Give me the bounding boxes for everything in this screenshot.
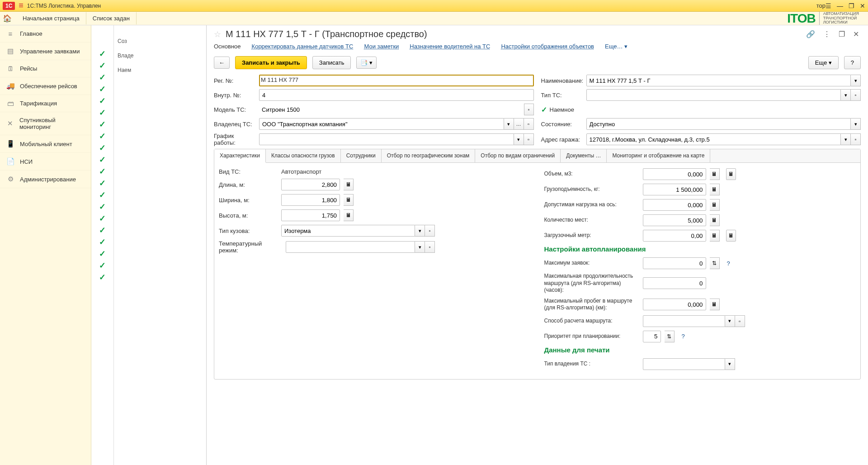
home-icon[interactable]: 🏠	[3, 14, 12, 23]
close-icon[interactable]: ✕	[851, 30, 861, 38]
owner-open-icon[interactable]: ▫	[524, 118, 534, 130]
calc-icon[interactable]: 🖩	[710, 199, 720, 211]
owntype-dd-icon[interactable]: ▾	[725, 358, 735, 370]
method-dd-icon[interactable]: ▾	[725, 315, 735, 327]
sidebar-item-6[interactable]: 📱Мобильный клиент	[0, 135, 91, 153]
method-input[interactable]	[643, 315, 725, 327]
nav-link-2[interactable]: Мои заметки	[364, 43, 399, 50]
type-input[interactable]	[586, 89, 841, 101]
prio-input[interactable]	[643, 331, 661, 342]
calc-icon[interactable]: 🖩	[710, 168, 720, 180]
type-open-icon[interactable]: ▫	[851, 89, 861, 101]
hired-checkbox[interactable]: ✓ Наемное	[541, 105, 574, 114]
type-dd-icon[interactable]: ▾	[841, 89, 851, 101]
status-dd-icon[interactable]: ▾	[851, 118, 861, 130]
cap-input[interactable]	[643, 184, 706, 195]
help-icon[interactable]: ?	[727, 260, 730, 267]
calc-icon[interactable]: 🖩	[344, 194, 354, 206]
garage-dd-icon[interactable]: ▾	[841, 133, 851, 145]
nav-more[interactable]: Еще… ▾	[605, 43, 627, 50]
calc-icon[interactable]: 🖩	[710, 230, 720, 242]
temp-input[interactable]	[286, 241, 415, 253]
temp-open-icon[interactable]: ▫	[425, 241, 435, 253]
maximize-icon[interactable]: ❐	[837, 30, 847, 38]
calc-icon[interactable]: 🖩	[344, 209, 354, 221]
places-input[interactable]	[643, 214, 706, 226]
win-prefs-icon[interactable]: ☰	[826, 2, 831, 9]
spec-tab-5[interactable]: Документы …	[561, 149, 607, 162]
calc-icon[interactable]: 🖩	[710, 214, 720, 226]
axle-input[interactable]	[643, 199, 706, 211]
nav-link-0[interactable]: Основное	[214, 43, 241, 50]
spec-tab-6[interactable]: Мониторинг и отображение на карте	[607, 149, 710, 162]
vol-input[interactable]	[643, 168, 706, 180]
model-open-icon[interactable]: ▫	[524, 104, 534, 115]
sidebar-item-3[interactable]: 🚚Обеспечение рейсов	[0, 77, 91, 95]
tab-home[interactable]: Начальная страница	[16, 12, 86, 24]
body-dd-icon[interactable]: ▾	[415, 225, 425, 237]
win-restore-icon[interactable]: ❐	[849, 2, 854, 9]
spec-tab-3[interactable]: Отбор по географическим зонам	[382, 149, 476, 162]
save-button[interactable]: Записать	[312, 56, 351, 69]
calc-ext-icon[interactable]: 🖩	[726, 168, 736, 180]
method-open-icon[interactable]: ▫	[735, 315, 745, 327]
favorite-icon[interactable]: ☆	[214, 29, 221, 39]
spec-tab-4[interactable]: Отбор по видам ограничений	[475, 149, 561, 162]
more-button[interactable]: Еще ▾	[808, 56, 839, 69]
schedule-open-icon[interactable]: ▫	[524, 133, 534, 145]
win-minimize-icon[interactable]: —	[837, 2, 843, 9]
status-input[interactable]	[586, 118, 851, 130]
owner-input[interactable]	[259, 118, 504, 130]
sidebar-item-1[interactable]: ▤Управление заявками	[0, 43, 91, 60]
spec-tab-2[interactable]: Сотрудники	[341, 149, 382, 162]
hei-input[interactable]	[281, 209, 340, 221]
wid-input[interactable]	[281, 194, 340, 206]
spinner-icon[interactable]: ⇅	[710, 257, 720, 269]
len-input[interactable]	[281, 179, 340, 190]
int-input[interactable]	[259, 89, 534, 101]
calc-icon[interactable]: 🖩	[344, 179, 354, 190]
save-close-button[interactable]: Записать и закрыть	[235, 56, 307, 69]
sidebar-item-5[interactable]: ✕Спутниковый мониторинг	[0, 112, 91, 135]
maxdur-input[interactable]	[643, 277, 706, 289]
schedule-dd-icon[interactable]: ▾	[514, 133, 524, 145]
win-close-icon[interactable]: ✕	[860, 2, 865, 9]
sidebar-item-2[interactable]: 🗓Рейсы	[0, 60, 91, 77]
garage-input[interactable]	[586, 133, 841, 145]
more-icon[interactable]: ⋮	[821, 30, 832, 38]
spinner-icon[interactable]: ⇅	[665, 331, 675, 342]
name-input[interactable]	[586, 75, 851, 86]
sidebar-item-0[interactable]: ≡Главное	[0, 25, 91, 43]
sidebar-item-8[interactable]: ⚙Администрирование	[0, 171, 91, 188]
help-icon[interactable]: ?	[682, 333, 685, 340]
owner-ell-icon[interactable]: …	[514, 118, 524, 130]
calc-icon[interactable]: 🖩	[710, 184, 720, 195]
spec-tab-1[interactable]: Классы опасности грузов	[266, 149, 341, 162]
maxdist-input[interactable]	[643, 299, 706, 310]
sidebar-item-4[interactable]: 🗃Тарификация	[0, 95, 91, 112]
name-dropdown-icon[interactable]: ▾	[851, 75, 861, 86]
sidebar-item-7[interactable]: 📄НСИ	[0, 153, 91, 171]
tab-tasks[interactable]: Список задан	[86, 12, 137, 24]
hamburger-icon[interactable]: ≡	[19, 1, 24, 10]
calc-ext-icon[interactable]: 🖩	[726, 230, 736, 242]
owner-dd-icon[interactable]: ▾	[504, 118, 514, 130]
back-button[interactable]: ←	[214, 57, 230, 69]
garage-open-icon[interactable]: ▫	[851, 133, 861, 145]
nav-link-3[interactable]: Назначение водителей на ТС	[410, 43, 490, 50]
link-icon[interactable]: 🔗	[804, 30, 817, 38]
temp-dd-icon[interactable]: ▾	[415, 241, 425, 253]
help-button[interactable]: ?	[844, 56, 861, 69]
maxreq-input[interactable]	[643, 257, 706, 269]
schedule-input[interactable]	[259, 133, 514, 145]
body-open-icon[interactable]: ▫	[425, 225, 435, 237]
reg-input[interactable]: М 111 НХ 777	[259, 75, 534, 86]
report-button[interactable]: 📑 ▾	[356, 57, 377, 69]
calc-icon[interactable]: 🖩	[710, 299, 720, 310]
body-input[interactable]	[281, 225, 415, 237]
nav-link-1[interactable]: Корректировать данные датчиков ТС	[252, 43, 354, 50]
nav-link-4[interactable]: Настройки отображения объектов	[501, 43, 594, 50]
model-input[interactable]	[259, 104, 524, 115]
ldm-input[interactable]	[643, 230, 706, 242]
owntype-input[interactable]	[643, 358, 725, 370]
